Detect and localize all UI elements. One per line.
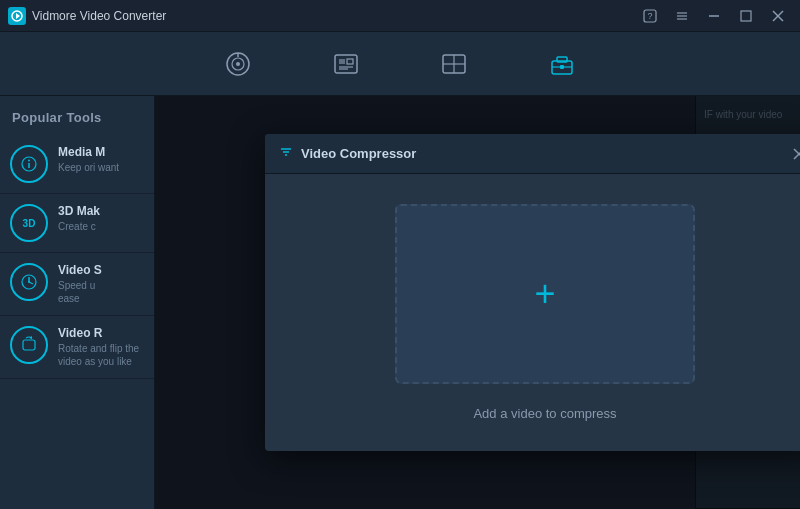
title-bar: Vidmore Video Converter ?: [0, 0, 800, 32]
svg-rect-26: [560, 65, 564, 69]
modal-header-icon: [279, 145, 293, 162]
sidebar: Popular Tools Media M Keep ori want 3D 3…: [0, 96, 155, 509]
editor-icon: [332, 50, 360, 78]
media-metadata-icon: [10, 145, 48, 183]
converter-icon: [224, 50, 252, 78]
sidebar-item-video-rotator[interactable]: Video R Rotate and flip the video as you…: [0, 316, 154, 379]
media-metadata-title: Media M: [58, 145, 144, 159]
media-metadata-desc: Keep ori want: [58, 161, 144, 174]
svg-rect-15: [335, 55, 357, 73]
video-rotator-icon: [10, 326, 48, 364]
sidebar-item-video-speed[interactable]: Video S Speed uease: [0, 253, 154, 316]
video-rotator-title: Video R: [58, 326, 144, 340]
sidebar-title: Popular Tools: [0, 96, 154, 135]
collage-icon: [440, 50, 468, 78]
svg-rect-16: [339, 59, 345, 64]
drop-zone[interactable]: +: [395, 204, 695, 384]
tab-toolbox[interactable]: [548, 50, 576, 78]
menu-btn[interactable]: [668, 6, 696, 26]
3d-maker-desc: Create c: [58, 220, 144, 233]
drop-label: Add a video to compress: [473, 406, 616, 421]
maximize-btn[interactable]: [732, 6, 760, 26]
svg-rect-34: [23, 340, 35, 350]
3d-text: 3D: [23, 218, 36, 229]
video-speed-desc: Speed uease: [58, 279, 144, 305]
app-icon: [8, 7, 26, 25]
3d-maker-title: 3D Mak: [58, 204, 144, 218]
drop-plus-icon: +: [534, 276, 555, 312]
video-speed-title: Video S: [58, 263, 144, 277]
modal-header: Video Compressor: [265, 134, 800, 174]
svg-rect-8: [741, 11, 751, 21]
help-btn[interactable]: ?: [636, 6, 664, 26]
3d-maker-icon: 3D: [10, 204, 48, 242]
svg-point-29: [28, 160, 30, 162]
svg-point-13: [236, 62, 240, 66]
tab-converter[interactable]: [224, 50, 252, 78]
main-toolbar: [0, 32, 800, 96]
svg-rect-17: [347, 59, 353, 64]
svg-marker-1: [16, 13, 20, 19]
modal-body: + Add a video to compress: [265, 174, 800, 451]
sidebar-item-media-metadata[interactable]: Media M Keep ori want: [0, 135, 154, 194]
sidebar-item-3d-maker[interactable]: 3D 3D Mak Create c: [0, 194, 154, 253]
content-area: Popular Tools Media M Keep ori want 3D 3…: [0, 96, 800, 509]
video-speed-icon: [10, 263, 48, 301]
video-rotator-desc: Rotate and flip the video as you like: [58, 342, 144, 368]
toolbox-icon: [548, 50, 576, 78]
video-compressor-modal: Video Compressor + Add a video to compre…: [265, 134, 800, 451]
window-controls: ?: [636, 6, 792, 26]
video-rotator-content: Video R Rotate and flip the video as you…: [58, 326, 144, 368]
main-panel: IF with your video deos to the perfect s…: [155, 96, 800, 509]
tab-editor[interactable]: [332, 50, 360, 78]
svg-point-33: [28, 281, 30, 283]
minimize-btn[interactable]: [700, 6, 728, 26]
close-btn[interactable]: [764, 6, 792, 26]
modal-title: Video Compressor: [301, 146, 787, 161]
app-title: Vidmore Video Converter: [32, 9, 166, 23]
tab-collage[interactable]: [440, 50, 468, 78]
3d-maker-content: 3D Mak Create c: [58, 204, 144, 233]
svg-rect-24: [557, 57, 567, 62]
video-speed-content: Video S Speed uease: [58, 263, 144, 305]
modal-close-btn[interactable]: [787, 142, 800, 166]
media-metadata-content: Media M Keep ori want: [58, 145, 144, 174]
svg-text:?: ?: [647, 11, 652, 21]
